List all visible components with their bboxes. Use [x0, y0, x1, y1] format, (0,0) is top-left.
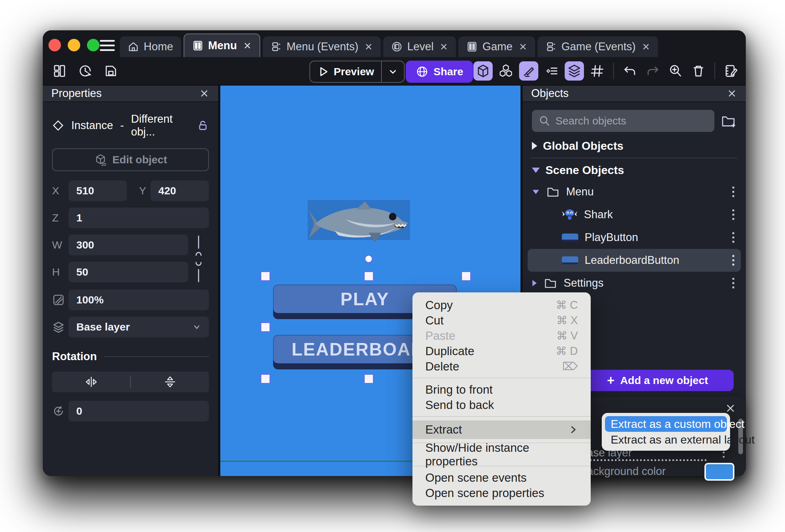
- menu-item-cut[interactable]: Cut ⌘ X: [412, 313, 591, 328]
- menu-item-duplicate[interactable]: Duplicate ⌘ D: [412, 343, 591, 359]
- screenshot-stage: Home Menu Menu (Events): [0, 0, 785, 532]
- menu-item-open-scene-events[interactable]: Open scene events: [412, 470, 591, 485]
- tab-home[interactable]: Home: [120, 36, 181, 57]
- z-label: Z: [52, 212, 68, 224]
- menu-item-extract[interactable]: Extract: [412, 420, 591, 439]
- submenu-item-extract-custom-object[interactable]: Extract as a custom object: [605, 416, 727, 432]
- kebab-menu-icon[interactable]: [731, 231, 736, 244]
- flip-vertical-button[interactable]: [131, 375, 209, 389]
- tab-menu-events[interactable]: Menu (Events): [263, 36, 381, 57]
- undo-icon[interactable]: [620, 61, 640, 81]
- close-window-button[interactable]: [48, 39, 61, 51]
- add-object-button[interactable]: + Add a new object: [581, 370, 734, 391]
- instance-diamond-icon: [52, 119, 64, 132]
- objects-tree: Global Objects Scene Objects Menu: [523, 135, 746, 295]
- chevron-down-icon[interactable]: [382, 67, 404, 76]
- layer-select[interactable]: Base layer: [68, 317, 209, 337]
- selection-handle[interactable]: [261, 323, 270, 331]
- submenu-item-extract-external-layout[interactable]: Extract as an external layout: [605, 432, 727, 447]
- edit-mode-icon[interactable]: [519, 61, 538, 81]
- tab-game[interactable]: Game: [458, 36, 535, 57]
- global-objects-section[interactable]: Global Objects: [528, 135, 741, 156]
- search-input[interactable]: [555, 115, 708, 127]
- background-color-swatch[interactable]: [704, 463, 734, 481]
- edit-object-button[interactable]: 2D Edit object: [52, 148, 209, 171]
- close-tab-icon[interactable]: [519, 42, 527, 51]
- flip-horizontal-button[interactable]: [52, 375, 130, 388]
- title-bar: Home Menu Menu (Events): [43, 30, 746, 57]
- y-field[interactable]: 420: [150, 180, 209, 201]
- tab-label: Game (Events): [561, 40, 636, 53]
- tree-item-label: Menu: [566, 185, 594, 198]
- kebab-menu-icon[interactable]: [731, 277, 736, 290]
- kebab-menu-icon[interactable]: [731, 254, 736, 267]
- layer-row: Base layer: [52, 317, 209, 337]
- tree-folder-menu[interactable]: Menu: [528, 180, 741, 203]
- menu-item-open-scene-properties[interactable]: Open scene properties: [412, 485, 591, 501]
- height-field[interactable]: 50: [68, 262, 188, 282]
- opacity-field[interactable]: 100%: [68, 290, 209, 310]
- menu-divider: [412, 416, 591, 417]
- unlock-icon[interactable]: [197, 119, 209, 132]
- width-field[interactable]: 300: [68, 235, 188, 255]
- tree-item-playbutton[interactable]: PlayButton: [528, 226, 741, 249]
- zoom-in-icon[interactable]: [666, 61, 685, 81]
- selection-handle[interactable]: [261, 375, 270, 383]
- close-properties-icon[interactable]: [199, 88, 210, 99]
- tab-game-events[interactable]: Game (Events): [538, 36, 658, 57]
- panels-layout-icon[interactable]: [50, 61, 69, 81]
- menu-item-show-hide-instance-properties[interactable]: Show/Hide instance properties: [412, 447, 591, 462]
- toolbar: Preview Share: [43, 57, 746, 86]
- grid-icon[interactable]: [588, 61, 607, 81]
- close-tab-icon[interactable]: [243, 41, 252, 50]
- menu-item-send-to-back[interactable]: Send to back: [412, 397, 591, 413]
- close-tab-icon[interactable]: [642, 42, 650, 51]
- button-thumbnail: [562, 234, 578, 241]
- close-tab-icon[interactable]: [364, 42, 373, 51]
- tree-item-leaderboardbutton[interactable]: LeaderboardButton: [528, 249, 741, 272]
- zoom-window-button[interactable]: [87, 39, 99, 51]
- menu-item-bring-to-front[interactable]: Bring to front: [412, 382, 591, 397]
- tab-menu[interactable]: Menu: [184, 34, 260, 57]
- close-objects-icon[interactable]: [727, 88, 737, 99]
- selection-handle[interactable]: [365, 375, 373, 383]
- scene-properties-icon[interactable]: [722, 61, 741, 81]
- tab-level[interactable]: Level: [383, 36, 456, 57]
- link-size-icon[interactable]: [188, 235, 209, 283]
- save-icon[interactable]: [101, 61, 120, 81]
- objects-panel-icon[interactable]: [473, 61, 493, 81]
- selection-handle[interactable]: [261, 272, 270, 280]
- tree-item-shark[interactable]: Shark: [528, 203, 741, 226]
- selection-rotate-handle[interactable]: [365, 256, 372, 262]
- history-icon[interactable]: [76, 61, 95, 81]
- instances-icon[interactable]: [496, 61, 515, 81]
- selection-handle[interactable]: [365, 272, 373, 280]
- shark-instance[interactable]: [308, 200, 410, 240]
- search-box[interactable]: [532, 110, 714, 132]
- z-field[interactable]: 1: [68, 208, 209, 228]
- add-folder-icon[interactable]: [720, 113, 737, 129]
- menu-item-delete[interactable]: Delete ⌦: [412, 359, 591, 374]
- preview-button[interactable]: Preview: [309, 61, 405, 83]
- x-field[interactable]: 510: [68, 180, 127, 201]
- instance-list-icon[interactable]: [542, 61, 561, 81]
- layers-icon[interactable]: [565, 61, 584, 81]
- close-tab-icon[interactable]: [440, 42, 448, 51]
- selection-handle[interactable]: [462, 272, 470, 280]
- share-button[interactable]: Share: [406, 61, 473, 83]
- main-menu-icon[interactable]: [100, 40, 115, 51]
- redo-icon[interactable]: [643, 61, 662, 81]
- scene-objects-label: Scene Objects: [545, 164, 624, 177]
- instance-separator: -: [120, 119, 124, 132]
- kebab-menu-icon[interactable]: [731, 185, 736, 198]
- tree-folder-settings[interactable]: Settings: [528, 272, 741, 295]
- close-layers-icon[interactable]: [724, 402, 737, 414]
- tree-item-label: Settings: [564, 277, 604, 290]
- menu-item-copy[interactable]: Copy ⌘ C: [412, 297, 591, 313]
- minimize-window-button[interactable]: [68, 39, 80, 51]
- scene-icon: [192, 40, 204, 51]
- kebab-menu-icon[interactable]: [731, 208, 736, 221]
- scene-objects-section[interactable]: Scene Objects: [528, 160, 741, 180]
- trash-icon[interactable]: [689, 61, 708, 81]
- rotation-field[interactable]: 0: [68, 401, 209, 421]
